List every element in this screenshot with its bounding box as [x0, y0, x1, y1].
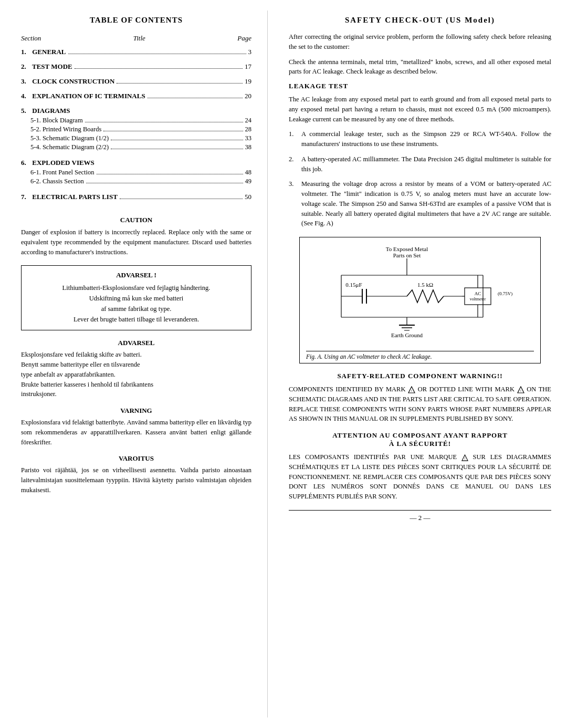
- toc-sub-dots-5-4: [111, 149, 243, 149]
- toc-dots-1: [68, 54, 246, 54]
- leakage-list-item-2: 2. A battery-operated AC milliammeter. T…: [289, 154, 551, 174]
- toc-sub-page-5-4: 38: [245, 143, 252, 151]
- toc-page-2: 17: [245, 63, 251, 71]
- toc-sub-dots-6-1: [97, 174, 243, 174]
- svg-text:(0.75V): (0.75V): [498, 291, 512, 296]
- toc-item-3: 3. CLOCK CONSTRUCTION 19: [21, 77, 251, 86]
- right-column: SAFETY CHECK-OUT (US Model) After correc…: [268, 11, 567, 717]
- varning-title: VARNING: [21, 407, 251, 415]
- caution-text: Danger of explosion if battery is incorr…: [21, 227, 251, 257]
- safety-warn-body: COMPONENTS IDENTIFIED BY MARK ! OR DOTTE…: [289, 384, 551, 424]
- circuit-svg: To Exposed Metal Parts on Set: [310, 244, 530, 349]
- attention-title: ATTENTION AU COMPOSANT AYANT RAPPORTÀ LA…: [289, 431, 551, 448]
- li-text-1: A commercial leakage tester, such as the…: [301, 129, 551, 149]
- toc-section-5-title: 5. DIAGRAMS: [21, 107, 251, 115]
- toc-section-6: 6. EXPLODED VIEWS 6-1. Front Panel Secti…: [21, 159, 251, 185]
- svg-text:0.15μF: 0.15μF: [345, 282, 362, 288]
- toc-page-4: 20: [245, 92, 251, 100]
- toc-sub-item-6-1: 6-1. Front Panel Section 48: [30, 169, 251, 176]
- svg-text:Earth Ground: Earth Ground: [391, 332, 423, 338]
- advarsel-title: ADVARSEL: [21, 339, 251, 347]
- toc-sub-item-5-1: 5-1. Block Diagram 24: [30, 117, 251, 124]
- safety-warn-title: SAFETY-RELATED COMPONENT WARNING!!: [289, 372, 551, 380]
- toc-sub-item-6-2: 6-2. Chassis Section 49: [30, 178, 251, 185]
- leakage-title: LEAKAGE TEST: [289, 82, 551, 90]
- toc-title: TABLE OF CONTENTS: [21, 16, 251, 25]
- toc-sub-item-5-3: 5-3. Schematic Diagram (1/2) 33: [30, 134, 251, 142]
- advarsel-box: ADVARSEL ! Lithiumbatteri-Eksplosionsfar…: [21, 265, 251, 330]
- toc-sub-page-6-1: 48: [245, 169, 252, 176]
- toc-sub-dots-6-2: [86, 183, 243, 183]
- toc-num-7: 7.: [21, 193, 30, 201]
- svg-rect-14: [465, 288, 491, 305]
- leakage-body: The AC leakage from any exposed metal pa…: [289, 95, 551, 124]
- page-number: — 2 —: [289, 510, 551, 522]
- varoitus-section: VAROITUS Paristo voi räjähtää, jos se on…: [21, 454, 251, 495]
- li-text-3: Measuring the voltage drop across a resi…: [301, 179, 551, 228]
- advarsel-box-text: Lithiumbatteri-Eksplosionsfare ved fejla…: [30, 283, 243, 325]
- toc-sub-item-5-2: 5-2. Printed Wiring Boards 28: [30, 126, 251, 133]
- caution-section: CAUTION Danger of explosion if battery i…: [21, 216, 251, 257]
- toc-num-4: 4.: [21, 92, 30, 100]
- svg-text:!: !: [464, 456, 465, 460]
- leakage-list: 1. A commercial leakage tester, such as …: [289, 129, 551, 228]
- toc-item-1: 1. GENERAL 3: [21, 48, 251, 56]
- toc-sub-page-5-1: 24: [245, 117, 252, 124]
- section-header: Section: [21, 34, 41, 43]
- varning-text: Explosionsfara vid felaktigt batteribyte…: [21, 418, 251, 447]
- title-header: Title: [133, 34, 145, 43]
- toc-sub-label-5-4: 5-4. Schematic Diagram (2/2): [30, 143, 109, 151]
- advarsel-box-title: ADVARSEL !: [30, 271, 243, 279]
- svg-text:To Exposed Metal: To Exposed Metal: [386, 246, 428, 252]
- toc-text-2: TEST MODE: [30, 63, 72, 71]
- toc-item-2: 2. TEST MODE 17: [21, 63, 251, 71]
- svg-text:Parts on Set: Parts on Set: [393, 252, 421, 258]
- toc-page-7: 50: [245, 193, 251, 201]
- svg-text:AC: AC: [475, 291, 481, 296]
- toc-text-4: EXPLANATION OF IC TERMINALS: [30, 92, 145, 100]
- page-header: Page: [237, 34, 251, 43]
- toc-page-1: 3: [248, 48, 252, 56]
- toc-sub-label-6-2: 6-2. Chassis Section: [30, 178, 84, 185]
- toc-dots-2: [75, 68, 243, 69]
- toc-sub-dots-5-3: [111, 140, 243, 140]
- toc-item-4: 4. EXPLANATION OF IC TERMINALS 20: [21, 92, 251, 100]
- svg-text:1.5 kΩ: 1.5 kΩ: [417, 282, 433, 288]
- safety-body-2: Check the antenna terminals, metal trim,…: [289, 57, 551, 77]
- toc-section-6-title: 6. EXPLODED VIEWS: [21, 159, 251, 167]
- svg-text:!: !: [520, 389, 521, 393]
- safety-body-1: After correcting the original service pr…: [289, 32, 551, 52]
- svg-text:!: !: [411, 389, 412, 393]
- toc-sub-dots-5-1: [85, 122, 243, 122]
- li-num-3: 3.: [289, 179, 301, 189]
- circuit-diagram: To Exposed Metal Parts on Set: [299, 237, 541, 363]
- leakage-list-item-3: 3. Measuring the voltage drop across a r…: [289, 179, 551, 228]
- toc-text-7: ELECTRICAL PARTS LIST: [30, 193, 118, 201]
- left-column: TABLE OF CONTENTS Section Title Page 1. …: [0, 11, 268, 717]
- advarsel-section: ADVARSEL Eksplosjonsfare ved feilaktig s…: [21, 339, 251, 399]
- page-num-text: — 2 —: [410, 514, 430, 522]
- caution-title: CAUTION: [21, 216, 251, 224]
- toc-sub-dots-5-2: [103, 131, 243, 131]
- toc-sub-label-6-1: 6-1. Front Panel Section: [30, 169, 94, 176]
- advarsel-text: Eksplosjonsfare ved feilaktig skifte av …: [21, 350, 251, 399]
- fig-caption: Fig. A. Using an AC voltmeter to check A…: [306, 351, 534, 360]
- toc-sub-page-6-2: 49: [245, 178, 252, 185]
- toc-sub-item-5-4: 5-4. Schematic Diagram (2/2) 38: [30, 143, 251, 151]
- varoitus-title: VAROITUS: [21, 454, 251, 463]
- toc-dots-3: [117, 83, 243, 84]
- toc-num-3: 3.: [21, 77, 30, 86]
- li-num-1: 1.: [289, 129, 301, 139]
- toc-dots-4: [148, 98, 243, 98]
- toc-header-row: Section Title Page: [21, 34, 251, 43]
- toc-item-7: 7. ELECTRICAL PARTS LIST 50: [21, 193, 251, 201]
- toc-num-2: 2.: [21, 63, 30, 71]
- safety-title: SAFETY CHECK-OUT (US Model): [289, 16, 551, 25]
- toc-sub-label-5-3: 5-3. Schematic Diagram (1/2): [30, 134, 109, 142]
- li-text-2: A battery-operated AC milliammeter. The …: [301, 154, 551, 174]
- toc-text-3: CLOCK CONSTRUCTION: [30, 77, 114, 86]
- toc-page-3: 19: [245, 77, 251, 86]
- toc-text-1: GENERAL: [30, 48, 66, 56]
- toc-sub-label-5-2: 5-2. Printed Wiring Boards: [30, 126, 101, 133]
- toc-dots-7: [120, 199, 243, 199]
